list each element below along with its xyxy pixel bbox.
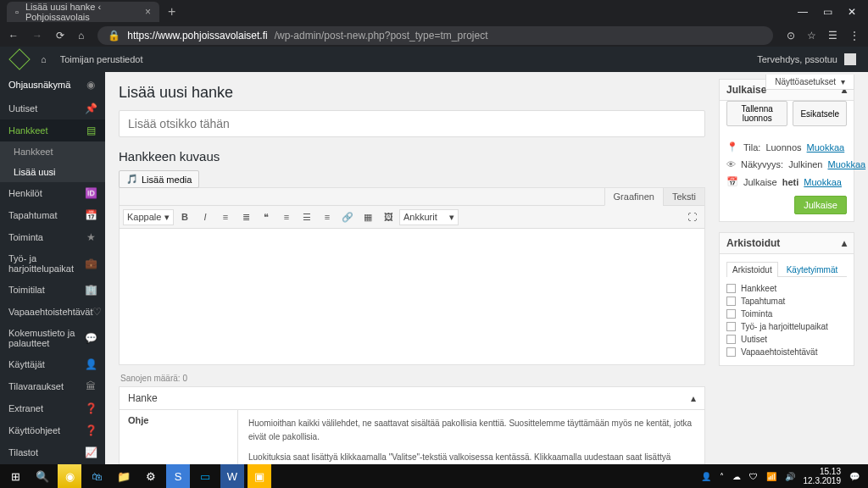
sidebar-item-tapahtumat[interactable]: Tapahtumat📅 bbox=[0, 204, 105, 226]
tab-text[interactable]: Teksti bbox=[663, 188, 704, 205]
sidebar-item-extranet[interactable]: Extranet❓ bbox=[0, 397, 105, 419]
briefcase-icon: 💼 bbox=[85, 258, 97, 269]
search-button[interactable]: 🔍 bbox=[31, 464, 54, 488]
taskbar-app-word[interactable]: W bbox=[220, 464, 244, 488]
new-tab-button[interactable]: + bbox=[159, 4, 184, 19]
greeting[interactable]: Tervehdys, pssotuu bbox=[757, 54, 837, 64]
number-list-button[interactable]: ≣ bbox=[236, 208, 255, 226]
menu-icon[interactable]: ⋮ bbox=[849, 30, 860, 42]
fullscreen-button[interactable]: ⛶ bbox=[682, 208, 701, 226]
taskbar-app-store[interactable]: 🛍 bbox=[85, 464, 108, 488]
extensions-icon[interactable]: ☰ bbox=[828, 30, 837, 42]
more-button[interactable]: ▦ bbox=[359, 208, 377, 226]
sidebar-item-tilastot[interactable]: Tilastot📈 bbox=[0, 441, 105, 463]
sidebar-item-kayttajat[interactable]: Käyttäjät👤 bbox=[0, 353, 105, 375]
forward-icon[interactable]: → bbox=[32, 30, 42, 42]
dashboard-icon: ◉ bbox=[85, 79, 97, 91]
taskbar-app[interactable]: ▭ bbox=[193, 464, 217, 488]
archived-checkbox[interactable]: Tapahtumat bbox=[726, 295, 847, 308]
align-left-button[interactable]: ≡ bbox=[277, 208, 296, 226]
post-title-input[interactable] bbox=[119, 110, 705, 137]
maximize-icon[interactable]: ▭ bbox=[823, 6, 832, 18]
preview-button[interactable]: Esikatsele bbox=[793, 101, 847, 126]
home-icon[interactable]: ⌂ bbox=[78, 30, 84, 42]
back-icon[interactable]: ← bbox=[8, 30, 19, 42]
format-select[interactable]: Kappale▾ bbox=[123, 209, 174, 225]
bullet-list-button[interactable]: ≡ bbox=[216, 208, 235, 226]
edit-schedule-link[interactable]: Muokkaa bbox=[804, 177, 842, 187]
chevron-down-icon: ▾ bbox=[841, 77, 845, 86]
taskbar-app[interactable]: S bbox=[166, 464, 190, 488]
sidebar-sub-hankkeet[interactable]: Hankkeet bbox=[0, 141, 105, 162]
sidebar-item-tilavaraukset[interactable]: Tilavaraukset🏛 bbox=[0, 375, 105, 397]
taskbar-clock[interactable]: 15.13 12.3.2019 bbox=[804, 467, 842, 485]
start-button[interactable]: ⊞ bbox=[3, 464, 27, 488]
sidebar-sub-lisaa-uusi[interactable]: Lisää uusi bbox=[0, 162, 105, 182]
image-button[interactable]: 🖼 bbox=[379, 208, 398, 226]
taskbar-app-chrome[interactable]: ◉ bbox=[58, 464, 81, 488]
home-icon[interactable]: ⌂ bbox=[41, 54, 47, 64]
sidebar-item-uutiset[interactable]: Uutiset📌 bbox=[0, 97, 105, 119]
tab-visual[interactable]: Graafinen bbox=[604, 188, 663, 206]
bold-button[interactable]: B bbox=[175, 208, 194, 226]
star-icon[interactable]: ☆ bbox=[807, 30, 816, 42]
archived-tab-popular[interactable]: Käytetyimmät bbox=[781, 262, 844, 277]
editor-content[interactable] bbox=[120, 229, 704, 364]
quote-button[interactable]: ❝ bbox=[257, 208, 275, 226]
tray-up-icon[interactable]: ˄ bbox=[720, 472, 724, 481]
sidebar-item-kayttoohjeet[interactable]: Käyttöohjeet❓ bbox=[0, 419, 105, 441]
taskbar-app[interactable]: ⚙ bbox=[139, 464, 163, 488]
archived-checkbox[interactable]: Vapaaehtoistehtävät bbox=[726, 346, 847, 358]
add-media-button[interactable]: 🎵 Lisää media bbox=[119, 170, 199, 188]
link-button[interactable]: 🔗 bbox=[338, 208, 357, 226]
chevron-up-icon: ▴ bbox=[842, 237, 847, 249]
archived-checkbox[interactable]: Toiminta bbox=[726, 308, 847, 320]
reload-icon[interactable]: ⟳ bbox=[56, 30, 64, 42]
screen-options-toggle[interactable]: Näyttöasetukset▾ bbox=[765, 75, 854, 90]
address-bar[interactable]: 🔒 https://www.pohjoissavolaiset.fi/wp-ad… bbox=[97, 26, 773, 45]
sidebar-item-kokemustieto[interactable]: Kokemustieto ja palautteet💬 bbox=[0, 323, 105, 353]
sidebar-item-toiminta[interactable]: Toiminta★ bbox=[0, 226, 105, 248]
archived-checkbox[interactable]: Työ- ja harjoittelupaikat bbox=[726, 320, 847, 333]
close-window-icon[interactable]: ✕ bbox=[848, 6, 856, 18]
sidebar-item-henkilot[interactable]: Henkilöt🆔 bbox=[0, 182, 105, 204]
publish-button[interactable]: Julkaise bbox=[794, 196, 847, 214]
tray-notifications-icon[interactable]: 💬 bbox=[849, 472, 860, 481]
tab-title: Lisää uusi hanke ‹ Pohjoissavolais bbox=[25, 2, 138, 22]
align-center-button[interactable]: ☰ bbox=[298, 208, 316, 226]
archived-panel-head[interactable]: Arkistoidut▴ bbox=[720, 233, 854, 254]
topbar-site-name[interactable]: Toimijan perustiedot bbox=[60, 54, 143, 64]
close-icon[interactable]: × bbox=[145, 6, 151, 18]
chevron-up-icon: ▴ bbox=[691, 392, 696, 404]
anchor-select[interactable]: Ankkurit▾ bbox=[399, 209, 459, 225]
italic-button[interactable]: I bbox=[196, 208, 214, 226]
tray-volume-icon[interactable]: 🔊 bbox=[785, 472, 795, 481]
sidebar-item-dashboard[interactable]: Ohjausnäkymä◉ bbox=[0, 72, 105, 97]
wp-logo[interactable] bbox=[8, 48, 30, 69]
tray-wifi-icon[interactable]: 📶 bbox=[766, 472, 776, 481]
archived-checkbox[interactable]: Hankkeet bbox=[726, 282, 847, 295]
archived-checkbox[interactable]: Uutiset bbox=[726, 333, 847, 346]
sidebar-item-toimitilat[interactable]: Toimitilat🏢 bbox=[0, 279, 105, 301]
avatar[interactable] bbox=[844, 53, 856, 65]
save-draft-button[interactable]: Tallenna luonnos bbox=[726, 101, 787, 126]
calendar-icon: 📅 bbox=[726, 176, 738, 187]
browser-tab[interactable]: ▫ Lisää uusi hanke ‹ Pohjoissavolais × bbox=[7, 2, 159, 22]
sidebar-item-vapaaehtoistehtavat[interactable]: Vapaaehtoistehtävät♡ bbox=[0, 301, 105, 323]
tray-people-icon[interactable]: 👤 bbox=[701, 472, 711, 481]
align-right-button[interactable]: ≡ bbox=[318, 208, 337, 226]
taskbar-app-explorer[interactable]: 📁 bbox=[112, 464, 136, 488]
taskbar-app[interactable]: ▣ bbox=[248, 464, 271, 488]
sidebar-item-hankkeet[interactable]: Hankkeet▤ bbox=[0, 119, 105, 141]
archived-tab-all[interactable]: Arkistoidut bbox=[726, 262, 778, 277]
admin-sidebar: Ohjausnäkymä◉ Uutiset📌 Hankkeet▤ Hankkee… bbox=[0, 72, 105, 488]
help-icon: ❓ bbox=[85, 424, 97, 436]
sidebar-item-tyo[interactable]: Työ- ja harjoittelupaikat💼 bbox=[0, 248, 105, 279]
search-icon[interactable]: ⊙ bbox=[787, 30, 795, 42]
edit-status-link[interactable]: Muokkaa bbox=[807, 142, 845, 152]
tray-onedrive-icon[interactable]: ☁ bbox=[732, 472, 741, 481]
tray-shield-icon[interactable]: 🛡 bbox=[749, 472, 758, 481]
minimize-icon[interactable]: — bbox=[798, 6, 808, 18]
edit-visibility-link[interactable]: Muokkaa bbox=[827, 159, 865, 169]
hanke-panel-head[interactable]: Hanke▴ bbox=[120, 387, 704, 410]
